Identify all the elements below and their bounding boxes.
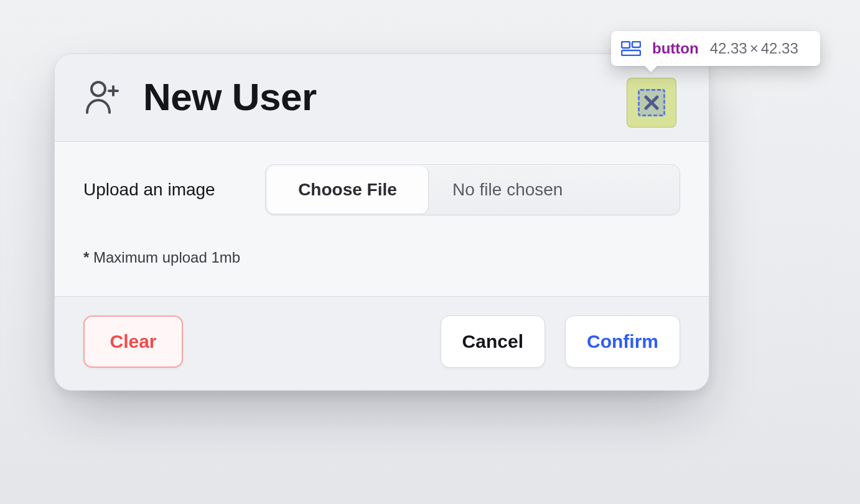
tooltip-dimensions: 42.33×42.33 [710, 40, 798, 57]
upload-hint: * Maximum upload 1mb [83, 249, 680, 266]
choose-file-button[interactable]: Choose File [267, 166, 429, 213]
dialog-body: Upload an image Choose File No file chos… [55, 142, 709, 297]
confirm-button[interactable]: Confirm [565, 315, 680, 368]
devtools-tooltip: button 42.33×42.33 [611, 31, 820, 66]
tooltip-times: × [747, 40, 761, 57]
hint-asterisk: * [83, 249, 89, 266]
cancel-button[interactable]: Cancel [441, 315, 545, 368]
clear-button[interactable]: Clear [83, 315, 183, 368]
svg-rect-2 [632, 42, 640, 47]
close-button[interactable] [627, 78, 676, 128]
new-user-dialog: New User Upload an image Choose File No … [54, 54, 709, 391]
upload-row: Upload an image Choose File No file chos… [83, 164, 680, 215]
dialog-footer: Clear Cancel Confirm [55, 297, 709, 390]
layout-icon [621, 41, 641, 56]
hint-text: Maximum upload 1mb [93, 249, 240, 266]
close-icon [643, 95, 660, 111]
dialog-header: New User [55, 54, 709, 142]
add-user-icon [83, 79, 123, 115]
svg-rect-3 [622, 50, 640, 55]
svg-rect-1 [622, 42, 630, 48]
file-status: No file chosen [430, 165, 680, 215]
tooltip-width: 42.33 [710, 40, 747, 57]
upload-label: Upload an image [83, 180, 245, 200]
tooltip-height: 42.33 [761, 40, 798, 57]
inspect-highlight [638, 89, 665, 116]
file-input[interactable]: Choose File No file chosen [265, 164, 680, 215]
svg-point-0 [91, 82, 105, 96]
dialog-title: New User [143, 78, 317, 116]
tooltip-tag: button [652, 40, 699, 57]
